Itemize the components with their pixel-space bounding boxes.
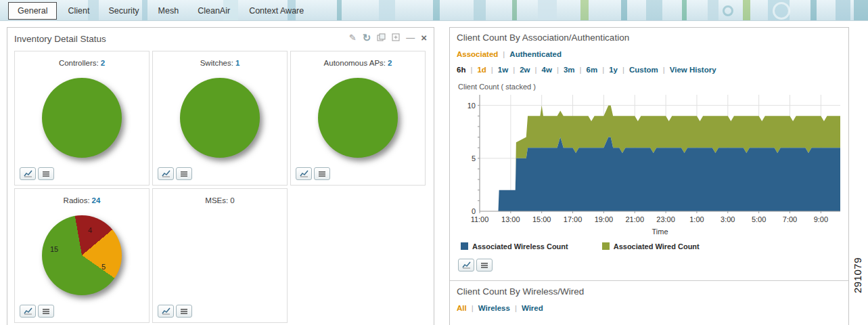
table-view-button[interactable] [476, 259, 493, 272]
banner-decoration-bar [854, 0, 868, 21]
range-1w-link[interactable]: 1w [498, 66, 520, 74]
tab-general[interactable]: General [8, 2, 57, 20]
banner-decoration-bar [337, 0, 342, 21]
tile-value: 24 [92, 196, 101, 204]
chart-view-button[interactable] [20, 167, 36, 180]
view-history-link[interactable]: View History [670, 66, 716, 74]
wireless-wired-widget: Client Count By Wireless/Wired AllWirele… [450, 280, 848, 312]
pie-slice-label: 5 [101, 263, 106, 271]
associated-link[interactable]: Associated [457, 50, 509, 58]
banner-decoration-bar [646, 0, 662, 21]
tile-value: 0 [230, 196, 234, 204]
assoc-widget-title: Client Count By Association/Authenticati… [457, 32, 842, 43]
all-link[interactable]: All [457, 304, 478, 312]
legend-swatch-wired [602, 242, 610, 250]
tile-label: Switches: [200, 59, 233, 67]
table-view-button[interactable] [176, 167, 192, 180]
tab-client[interactable]: Client [60, 2, 97, 20]
legend-swatch-wireless [461, 242, 468, 250]
tile-mses: MSEs:0 [152, 188, 288, 323]
range-3m-link[interactable]: 3m [564, 66, 587, 74]
inventory-tiles-grid: Controllers:2 Switches:1 Autonomous APs:… [14, 51, 434, 323]
pie-slice-label: 15 [50, 245, 58, 253]
wireless-link[interactable]: Wireless [478, 304, 522, 312]
chart-view-button[interactable] [20, 305, 36, 318]
authenticated-link[interactable]: Authenticated [509, 50, 562, 58]
minimize-icon[interactable]: — [406, 33, 415, 42]
chart-view-button[interactable] [296, 167, 312, 180]
tab-security[interactable]: Security [100, 2, 147, 20]
table-view-button[interactable] [176, 305, 192, 318]
close-icon[interactable]: × [421, 32, 427, 43]
tab-mesh[interactable]: Mesh [150, 2, 187, 20]
panel-toolbar: ✎ ↻ — × [349, 32, 427, 43]
tab-cleanair[interactable]: CleanAir [189, 2, 238, 20]
banner-decoration-ring [723, 5, 733, 16]
radios-pie-chart [42, 215, 122, 295]
refresh-icon[interactable]: ↻ [363, 32, 371, 43]
range-1d-link[interactable]: 1d [477, 66, 497, 74]
tile-value: 1 [235, 59, 239, 67]
chart-legend: Associated Wireless Count Associated Wir… [461, 242, 842, 251]
banner-decoration-bar [379, 0, 395, 21]
table-view-button[interactable] [38, 305, 54, 318]
svg-text:10: 10 [467, 102, 476, 110]
range-4w-link[interactable]: 4w [542, 66, 564, 74]
pie-slice-label: 4 [88, 226, 92, 234]
banner-decoration-bar [621, 0, 627, 21]
legend-label: Associated Wireless Count [472, 242, 568, 251]
range-custom-link[interactable]: Custom [629, 66, 670, 74]
controllers-pie-chart [42, 78, 122, 158]
legend-item-wireless: Associated Wireless Count [461, 242, 568, 251]
tile-value: 2 [388, 59, 392, 67]
svg-text:9:00: 9:00 [814, 215, 828, 223]
tile-switches: Switches:1 [152, 51, 288, 186]
tile-radios: Radios:24 15 5 4 [14, 188, 150, 323]
svg-text:19:00: 19:00 [595, 215, 614, 223]
svg-text:17:00: 17:00 [564, 215, 583, 223]
banner-decoration-bar [433, 0, 440, 21]
table-view-button[interactable] [314, 167, 330, 180]
banner-decoration-bar [743, 0, 750, 21]
client-count-panel: Client Count By Association/Authenticati… [449, 27, 849, 325]
banner-decoration-bar [474, 0, 486, 21]
table-view-button[interactable] [38, 167, 54, 180]
assoc-auth-widget: Client Count By Association/Authenticati… [450, 28, 848, 272]
svg-text:1:00: 1:00 [689, 215, 704, 223]
svg-text:21:00: 21:00 [625, 215, 644, 223]
tab-bar: General Client Security Mesh CleanAir Co… [8, 1, 312, 20]
edit-icon[interactable]: ✎ [349, 33, 357, 42]
legend-label: Associated Wired Count [614, 242, 700, 251]
copy-icon[interactable] [377, 33, 386, 43]
top-banner: General Client Security Mesh CleanAir Co… [0, 0, 868, 21]
wireless-widget-title: Client Count By Wireless/Wired [457, 286, 842, 297]
banner-decoration-bar [836, 0, 850, 21]
banner-decoration-bar [580, 0, 589, 21]
tile-label: Controllers: [59, 59, 99, 67]
tile-label: MSEs: [205, 196, 228, 204]
svg-text:13:00: 13:00 [501, 215, 520, 223]
banner-decoration-bar [708, 0, 718, 21]
svg-text:5:00: 5:00 [752, 215, 766, 223]
wired-link[interactable]: Wired [522, 304, 543, 312]
tile-label: Radios: [64, 196, 90, 204]
chart-view-button[interactable] [458, 259, 474, 272]
banner-decoration-bar [682, 0, 687, 21]
range-6m-link[interactable]: 6m [587, 66, 610, 74]
range-1y-link[interactable]: 1y [609, 66, 629, 74]
mode-links: AssociatedAuthenticated [457, 50, 842, 58]
chart-view-button[interactable] [158, 305, 174, 318]
figure-number: 291079 [852, 246, 863, 305]
svg-text:3:00: 3:00 [721, 215, 735, 223]
svg-text:7:00: 7:00 [783, 215, 797, 223]
tile-autonomous-aps: Autonomous APs:2 [290, 51, 426, 186]
svg-text:5: 5 [472, 154, 476, 162]
tab-context-aware[interactable]: Context Aware [241, 2, 312, 20]
range-6h-link[interactable]: 6h [457, 66, 477, 74]
range-2w-link[interactable]: 2w [520, 66, 541, 74]
chart-view-button[interactable] [158, 167, 174, 180]
switches-pie-chart [180, 78, 260, 158]
expand-icon[interactable] [392, 33, 400, 43]
svg-text:0: 0 [472, 207, 476, 215]
tile-value: 2 [101, 59, 105, 67]
